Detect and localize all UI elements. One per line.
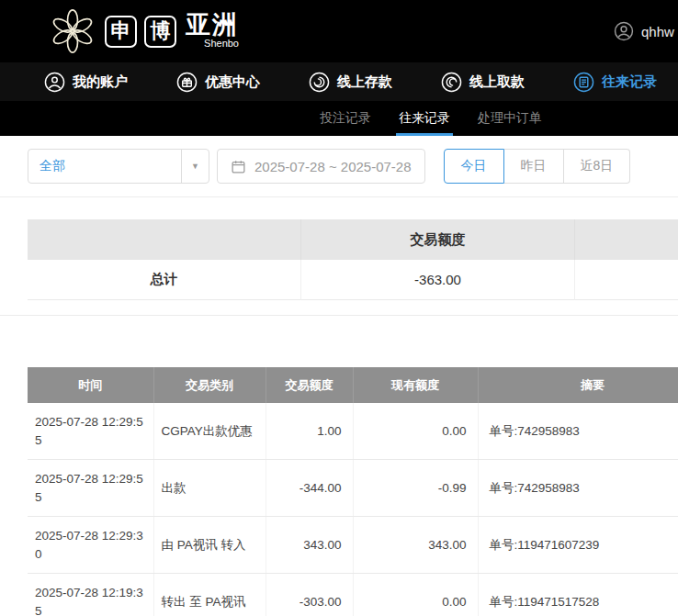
username: qhhw <box>641 24 674 39</box>
table-cell: 转出 至 PA视讯 <box>153 574 266 616</box>
table-row: 2025-07-28 12:29:55CGPAY出款优惠1.000.00单号:7… <box>28 403 678 460</box>
table-header-cell: 现有额度 <box>353 367 478 403</box>
tab-betting-records[interactable]: 投注记录 <box>320 101 371 136</box>
table-row: 2025-07-28 12:19:35转出 至 PA视讯-303.000.00单… <box>28 574 678 616</box>
summary-total-value: -363.00 <box>301 260 575 300</box>
yesterday-button[interactable]: 昨日 <box>504 149 564 184</box>
table-cell: 2025-07-28 12:29:55 <box>28 403 153 460</box>
table-cell: 343.00 <box>266 517 353 574</box>
quick-date-buttons: 今日 昨日 近8日 <box>444 149 631 184</box>
table-cell: 2025-07-28 12:19:35 <box>28 574 153 616</box>
table-row: 2025-07-28 12:29:30由 PA视讯 转入343.00343.00… <box>28 517 678 574</box>
calendar-icon <box>231 159 246 174</box>
table-cell: CGPAY出款优惠 <box>153 403 266 460</box>
table-cell: 由 PA视讯 转入 <box>153 517 266 574</box>
logo-region: 亚洲 Shenbo <box>186 13 239 50</box>
table-header-cell: 摘要 <box>478 367 678 403</box>
table-header-cell: 时间 <box>28 367 153 403</box>
summary-header-empty <box>575 219 678 260</box>
main-nav: 我的账户 优惠中心 线上存款 线上取款 往来记录 <box>0 62 678 101</box>
user-circle-icon <box>44 72 65 93</box>
tab-transaction-records[interactable]: 往来记录 <box>399 101 450 136</box>
table-cell: 343.00 <box>353 517 478 574</box>
table-row: 2025-07-28 12:29:55出款-344.00-0.99单号:7429… <box>28 460 678 517</box>
summary-header-row: 交易额度 <box>28 219 678 260</box>
coin-deposit-icon <box>309 72 330 93</box>
table-cell: 2025-07-28 12:29:55 <box>28 460 153 517</box>
logo-subtitle: Shenbo <box>204 38 239 50</box>
summary-total-row: 总计 -363.00 <box>28 260 678 300</box>
brand-logo[interactable]: 申 博 亚洲 Shenbo <box>48 6 239 56</box>
record-tabs: 投注记录 往来记录 处理中订单 <box>0 101 678 136</box>
summary-table: 交易额度 总计 -363.00 <box>28 219 678 300</box>
logo-char-shen: 申 <box>105 16 137 48</box>
table-cell: 2025-07-28 12:29:30 <box>28 517 153 574</box>
table-cell: 出款 <box>153 460 266 517</box>
top-header-bar: 申 博 亚洲 Shenbo qhhw <box>0 0 678 62</box>
date-range-picker[interactable]: 2025-07-28 ~ 2025-07-28 <box>217 149 425 184</box>
table-cell: 单号:742958983 <box>478 460 678 517</box>
category-selected-value: 全部 <box>28 158 181 174</box>
user-account-menu[interactable]: qhhw <box>614 0 674 62</box>
tab-processing-orders[interactable]: 处理中订单 <box>478 101 542 136</box>
nav-item-promotions[interactable]: 优惠中心 <box>176 72 260 93</box>
lotus-flower-icon <box>48 6 97 56</box>
user-circle-icon <box>614 21 634 41</box>
coin-withdraw-icon <box>441 72 462 93</box>
section-divider <box>0 315 678 316</box>
gift-circle-icon <box>176 72 198 93</box>
date-range-value: 2025-07-28 ~ 2025-07-28 <box>254 159 412 174</box>
table-cell: 单号:119471517528 <box>478 574 678 616</box>
table-header-row: 时间交易类别交易额度现有额度摘要 <box>28 367 678 403</box>
today-button[interactable]: 今日 <box>444 149 504 184</box>
nav-item-transaction-records[interactable]: 往来记录 <box>573 72 657 93</box>
filter-bar: 全部 ▼ 2025-07-28 ~ 2025-07-28 今日 昨日 近8日 <box>0 136 678 197</box>
table-header-cell: 交易类别 <box>153 367 266 403</box>
chevron-down-icon: ▼ <box>181 150 209 183</box>
table-cell: -303.00 <box>266 574 353 616</box>
summary-header-amount: 交易额度 <box>301 219 575 260</box>
table-header-cell: 交易额度 <box>266 367 353 403</box>
table-cell: -0.99 <box>353 460 478 517</box>
summary-header-empty <box>28 219 301 260</box>
records-circle-icon <box>573 72 594 93</box>
logo-char-bo: 博 <box>144 16 176 48</box>
nav-item-deposit[interactable]: 线上存款 <box>309 72 392 93</box>
table-cell: 单号:742958983 <box>478 403 678 460</box>
nav-item-my-account[interactable]: 我的账户 <box>44 72 128 93</box>
records-table: 时间交易类别交易额度现有额度摘要 2025-07-28 12:29:55CGPA… <box>28 367 678 616</box>
summary-total-label: 总计 <box>28 260 301 300</box>
table-cell: 1.00 <box>266 403 353 460</box>
category-select[interactable]: 全部 ▼ <box>28 149 209 184</box>
table-cell: 0.00 <box>353 403 478 460</box>
table-cell: 单号:119471607239 <box>478 517 678 574</box>
summary-empty-cell <box>575 260 678 300</box>
last-8-days-button[interactable]: 近8日 <box>564 149 631 184</box>
nav-item-withdraw[interactable]: 线上取款 <box>441 72 525 93</box>
table-cell: -344.00 <box>266 460 353 517</box>
table-cell: 0.00 <box>353 574 478 616</box>
